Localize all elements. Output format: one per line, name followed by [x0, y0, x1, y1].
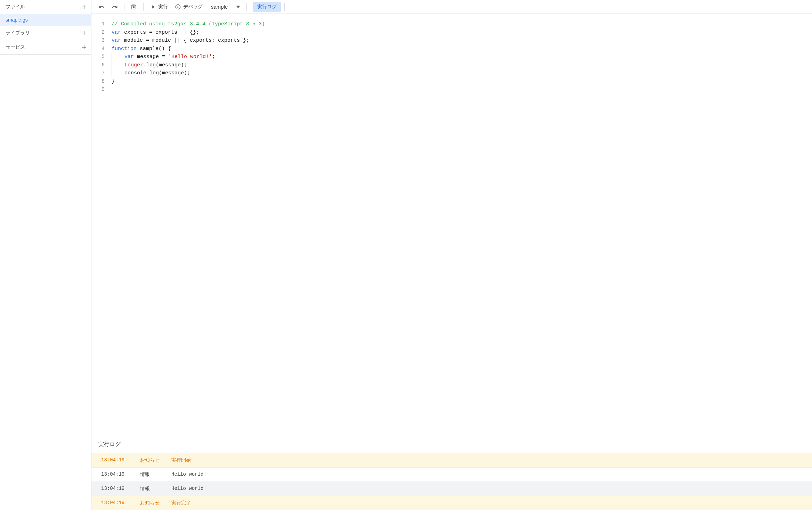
- plus-icon: [81, 44, 88, 51]
- indent-guide: [112, 53, 124, 61]
- code-line: console.log(message);: [112, 69, 812, 77]
- undo-button[interactable]: [96, 2, 107, 12]
- log-type: 情報: [140, 471, 171, 478]
- log-type: 情報: [140, 486, 171, 492]
- log-time: 13:04:19: [101, 457, 140, 463]
- add-service-button[interactable]: [81, 44, 88, 51]
- exec-log-button[interactable]: 実行ログ: [253, 2, 281, 12]
- log-row: 13:04:19お知らせ実行完了: [91, 496, 812, 510]
- toolbar-separator: [124, 3, 124, 11]
- exec-log-title: 実行ログ: [91, 436, 812, 453]
- sidebar-libraries-section: ライブラリ: [0, 26, 91, 40]
- code-token: module = module || { exports: exports };: [121, 36, 249, 45]
- toolbar-separator: [284, 3, 285, 11]
- libraries-label: ライブラリ: [6, 30, 30, 36]
- code-line: var module = module || { exports: export…: [112, 36, 812, 45]
- sidebar-services-section: サービス: [0, 40, 91, 55]
- toolbar-separator: [143, 3, 144, 11]
- code-line: Logger.log(message);: [112, 61, 812, 69]
- code-token: // Compiled using ts2gas 3.4.4 (TypeScri…: [112, 20, 265, 28]
- debug-label: デバッグ: [183, 4, 203, 10]
- code-token: console.log(message);: [124, 69, 190, 77]
- code-line: }: [112, 77, 812, 86]
- function-selected-label: sample: [211, 4, 228, 10]
- add-file-button[interactable]: [81, 3, 88, 10]
- debug-button[interactable]: デバッグ: [172, 2, 205, 12]
- code-token: function: [112, 45, 137, 53]
- log-row: 13:04:19情報Hello world!: [91, 482, 812, 496]
- sidebar-files-section: ファイル smaple.gs: [0, 0, 91, 26]
- line-number: 4: [91, 45, 105, 53]
- redo-button[interactable]: [109, 2, 121, 12]
- sidebar-libraries-header: ライブラリ: [0, 26, 91, 40]
- line-number: 2: [91, 28, 105, 37]
- function-select[interactable]: sample: [207, 2, 243, 11]
- line-number: 1: [91, 20, 105, 28]
- log-time: 13:04:19: [101, 471, 140, 478]
- services-label: サービス: [6, 44, 25, 50]
- indent-guide: [112, 61, 124, 69]
- plus-icon: [81, 3, 88, 10]
- run-button[interactable]: 実行: [147, 2, 171, 12]
- line-number: 7: [91, 69, 105, 77]
- code-token: var: [112, 28, 121, 37]
- log-type: お知らせ: [140, 500, 171, 506]
- log-message: 実行開始: [171, 457, 802, 463]
- code-line: // Compiled using ts2gas 3.4.4 (TypeScri…: [112, 20, 812, 28]
- code-token: var: [112, 36, 121, 45]
- exec-log-panel: 実行ログ 13:04:19お知らせ実行開始13:04:19情報Hello wor…: [91, 436, 812, 510]
- log-message: Hello world!: [171, 486, 802, 492]
- redo-icon: [112, 4, 118, 10]
- log-time: 13:04:19: [101, 486, 140, 492]
- main: 実行 デバッグ sample 実行ログ 123456789 // Compile…: [91, 0, 812, 510]
- log-time: 13:04:19: [101, 500, 140, 506]
- code-token: var: [124, 53, 134, 61]
- code-line: var message = 'Hello world!';: [112, 53, 812, 61]
- code-line: function sample() {: [112, 45, 812, 53]
- code-editor[interactable]: 123456789 // Compiled using ts2gas 3.4.4…: [91, 14, 812, 436]
- code-token: exports = exports || {};: [121, 28, 199, 37]
- code-token: Logger: [124, 61, 143, 69]
- code-token: }: [112, 77, 115, 86]
- editor-gutter: 123456789: [91, 20, 112, 436]
- indent-guide: [112, 69, 124, 77]
- line-number: 9: [91, 85, 105, 94]
- code-line: var exports = exports || {};: [112, 28, 812, 37]
- sidebar-files-header: ファイル: [0, 0, 91, 14]
- files-label: ファイル: [6, 4, 25, 10]
- undo-icon: [98, 4, 105, 10]
- run-label: 実行: [158, 4, 168, 10]
- exec-log-label: 実行ログ: [257, 4, 277, 9]
- chevron-down-icon: [236, 5, 240, 9]
- code-token: ;: [212, 53, 215, 61]
- line-number: 5: [91, 53, 105, 61]
- sidebar-file-item[interactable]: smaple.gs: [0, 14, 91, 26]
- log-type: お知らせ: [140, 457, 171, 463]
- code-token: message =: [134, 53, 168, 61]
- debug-icon: [175, 4, 181, 10]
- play-icon: [150, 4, 156, 10]
- editor-code: // Compiled using ts2gas 3.4.4 (TypeScri…: [112, 20, 812, 436]
- line-number: 3: [91, 36, 105, 45]
- sidebar: ファイル smaple.gs ライブラリ サービス: [0, 0, 91, 510]
- log-row: 13:04:19お知らせ実行開始: [91, 453, 812, 467]
- exec-log-rows: 13:04:19お知らせ実行開始13:04:19情報Hello world!13…: [91, 453, 812, 510]
- line-number: 8: [91, 77, 105, 86]
- log-row: 13:04:19情報Hello world!: [91, 467, 812, 482]
- save-icon: [131, 4, 137, 10]
- code-token: sample() {: [137, 45, 171, 53]
- add-library-button[interactable]: [81, 30, 88, 36]
- toolbar-separator: [246, 3, 247, 11]
- log-message: Hello world!: [171, 471, 802, 478]
- toolbar: 実行 デバッグ sample 実行ログ: [91, 0, 812, 14]
- code-line: [112, 85, 812, 94]
- line-number: 6: [91, 61, 105, 69]
- plus-icon: [81, 30, 88, 36]
- log-message: 実行完了: [171, 500, 802, 506]
- code-token: 'Hello world!': [168, 53, 212, 61]
- code-token: .log(message);: [143, 61, 187, 69]
- sidebar-services-header: サービス: [0, 40, 91, 54]
- save-button[interactable]: [128, 2, 140, 12]
